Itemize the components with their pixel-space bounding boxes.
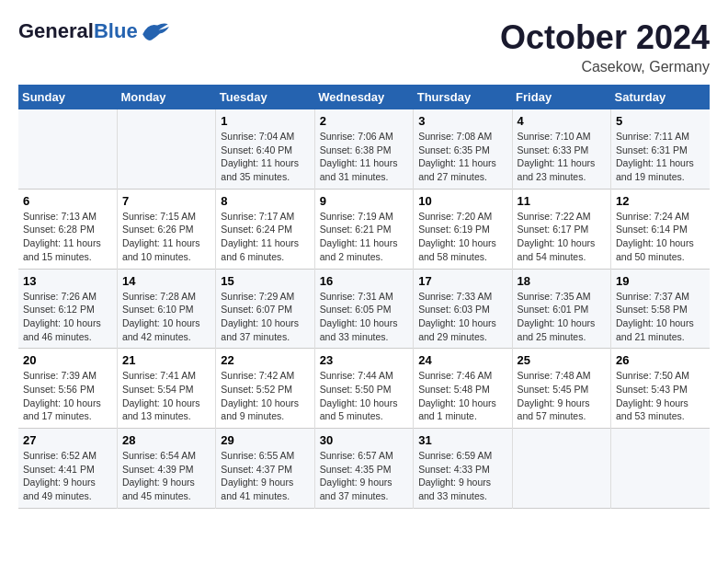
day-number: 6 (23, 194, 112, 208)
day-header-friday: Friday (512, 85, 610, 109)
cell-info: Sunrise: 7:37 AMSunset: 5:58 PMDaylight:… (616, 290, 705, 344)
day-number: 11 (518, 194, 606, 208)
day-number: 15 (221, 274, 309, 288)
day-number: 9 (320, 194, 408, 208)
day-number: 19 (616, 274, 705, 288)
cell-info: Sunrise: 7:06 AMSunset: 6:38 PMDaylight:… (320, 130, 408, 184)
calendar-cell: 20Sunrise: 7:39 AMSunset: 5:56 PMDayligh… (18, 349, 117, 429)
day-header-saturday: Saturday (611, 85, 710, 109)
calendar-cell: 30Sunrise: 6:57 AMSunset: 4:35 PMDayligh… (314, 429, 413, 509)
day-header-monday: Monday (117, 85, 215, 109)
calendar-cell: 24Sunrise: 7:46 AMSunset: 5:48 PMDayligh… (414, 349, 512, 429)
calendar-cell (117, 109, 215, 189)
day-number: 13 (23, 274, 112, 288)
day-number: 4 (518, 114, 606, 128)
calendar-cell: 8Sunrise: 7:17 AMSunset: 6:24 PMDaylight… (216, 189, 314, 269)
calendar-cell: 16Sunrise: 7:31 AMSunset: 6:05 PMDayligh… (314, 269, 413, 349)
calendar-cell: 21Sunrise: 7:41 AMSunset: 5:54 PMDayligh… (117, 349, 215, 429)
calendar-cell: 10Sunrise: 7:20 AMSunset: 6:19 PMDayligh… (414, 189, 512, 269)
calendar-cell: 7Sunrise: 7:15 AMSunset: 6:26 PMDaylight… (117, 189, 215, 269)
day-number: 21 (122, 353, 210, 367)
cell-info: Sunrise: 7:11 AMSunset: 6:31 PMDaylight:… (616, 130, 705, 184)
calendar-cell: 17Sunrise: 7:33 AMSunset: 6:03 PMDayligh… (414, 269, 512, 349)
cell-info: Sunrise: 7:17 AMSunset: 6:24 PMDaylight:… (221, 210, 309, 264)
cell-info: Sunrise: 7:19 AMSunset: 6:21 PMDaylight:… (320, 210, 408, 264)
calendar-cell: 23Sunrise: 7:44 AMSunset: 5:50 PMDayligh… (314, 349, 413, 429)
cell-info: Sunrise: 7:04 AMSunset: 6:40 PMDaylight:… (221, 130, 309, 184)
day-number: 10 (418, 194, 506, 208)
month-title: October 2024 (500, 18, 710, 57)
calendar-cell: 4Sunrise: 7:10 AMSunset: 6:33 PMDaylight… (512, 109, 610, 189)
day-number: 14 (122, 274, 210, 288)
calendar-cell (512, 429, 610, 509)
day-number: 1 (221, 114, 309, 128)
day-number: 29 (221, 433, 309, 447)
calendar-cell (611, 429, 710, 509)
cell-info: Sunrise: 7:20 AMSunset: 6:19 PMDaylight:… (418, 210, 506, 264)
cell-info: Sunrise: 7:29 AMSunset: 6:07 PMDaylight:… (221, 290, 309, 344)
day-header-thursday: Thursday (414, 85, 512, 109)
calendar-cell: 31Sunrise: 6:59 AMSunset: 4:33 PMDayligh… (414, 429, 512, 509)
day-number: 16 (320, 274, 408, 288)
day-number: 5 (616, 114, 705, 128)
logo-general: General (18, 19, 94, 42)
cell-info: Sunrise: 6:57 AMSunset: 4:35 PMDaylight:… (320, 449, 408, 503)
calendar-cell: 11Sunrise: 7:22 AMSunset: 6:17 PMDayligh… (512, 189, 610, 269)
logo-blue: Blue (94, 19, 138, 42)
calendar-week-row: 20Sunrise: 7:39 AMSunset: 5:56 PMDayligh… (18, 349, 710, 429)
calendar-cell: 28Sunrise: 6:54 AMSunset: 4:39 PMDayligh… (117, 429, 215, 509)
calendar-week-row: 27Sunrise: 6:52 AMSunset: 4:41 PMDayligh… (18, 429, 710, 509)
logo-bird-icon (140, 18, 169, 44)
day-number: 25 (518, 353, 606, 367)
calendar-week-row: 6Sunrise: 7:13 AMSunset: 6:28 PMDaylight… (18, 189, 710, 269)
day-number: 22 (221, 353, 309, 367)
calendar-cell: 15Sunrise: 7:29 AMSunset: 6:07 PMDayligh… (216, 269, 314, 349)
cell-info: Sunrise: 7:26 AMSunset: 6:12 PMDaylight:… (23, 290, 112, 344)
calendar-cell: 9Sunrise: 7:19 AMSunset: 6:21 PMDaylight… (314, 189, 413, 269)
day-number: 2 (320, 114, 408, 128)
cell-info: Sunrise: 7:15 AMSunset: 6:26 PMDaylight:… (122, 210, 210, 264)
cell-info: Sunrise: 7:39 AMSunset: 5:56 PMDaylight:… (23, 369, 112, 423)
calendar-week-row: 1Sunrise: 7:04 AMSunset: 6:40 PMDaylight… (18, 109, 710, 189)
day-number: 30 (320, 433, 408, 447)
cell-info: Sunrise: 6:55 AMSunset: 4:37 PMDaylight:… (221, 449, 309, 503)
calendar-cell: 25Sunrise: 7:48 AMSunset: 5:45 PMDayligh… (512, 349, 610, 429)
day-header-tuesday: Tuesday (216, 85, 314, 109)
title-area: October 2024 Casekow, Germany (500, 18, 710, 75)
calendar-cell: 1Sunrise: 7:04 AMSunset: 6:40 PMDaylight… (216, 109, 314, 189)
calendar-cell: 22Sunrise: 7:42 AMSunset: 5:52 PMDayligh… (216, 349, 314, 429)
day-number: 26 (616, 353, 705, 367)
calendar-header-row: SundayMondayTuesdayWednesdayThursdayFrid… (18, 85, 710, 109)
calendar-cell (18, 109, 117, 189)
cell-info: Sunrise: 7:41 AMSunset: 5:54 PMDaylight:… (122, 369, 210, 423)
calendar-week-row: 13Sunrise: 7:26 AMSunset: 6:12 PMDayligh… (18, 269, 710, 349)
cell-info: Sunrise: 7:08 AMSunset: 6:35 PMDaylight:… (418, 130, 506, 184)
day-header-wednesday: Wednesday (314, 85, 413, 109)
cell-info: Sunrise: 7:35 AMSunset: 6:01 PMDaylight:… (518, 290, 606, 344)
calendar-cell: 14Sunrise: 7:28 AMSunset: 6:10 PMDayligh… (117, 269, 215, 349)
day-number: 24 (418, 353, 506, 367)
page-header: GeneralBlue October 2024 Casekow, German… (18, 18, 710, 75)
calendar-cell: 19Sunrise: 7:37 AMSunset: 5:58 PMDayligh… (611, 269, 710, 349)
cell-info: Sunrise: 7:33 AMSunset: 6:03 PMDaylight:… (418, 290, 506, 344)
calendar-cell: 18Sunrise: 7:35 AMSunset: 6:01 PMDayligh… (512, 269, 610, 349)
day-number: 28 (122, 433, 210, 447)
day-number: 3 (418, 114, 506, 128)
cell-info: Sunrise: 6:59 AMSunset: 4:33 PMDaylight:… (418, 449, 506, 503)
day-number: 31 (418, 433, 506, 447)
cell-info: Sunrise: 7:22 AMSunset: 6:17 PMDaylight:… (518, 210, 606, 264)
calendar-cell: 3Sunrise: 7:08 AMSunset: 6:35 PMDaylight… (414, 109, 512, 189)
calendar-cell: 2Sunrise: 7:06 AMSunset: 6:38 PMDaylight… (314, 109, 413, 189)
calendar-cell: 6Sunrise: 7:13 AMSunset: 6:28 PMDaylight… (18, 189, 117, 269)
cell-info: Sunrise: 7:50 AMSunset: 5:43 PMDaylight:… (616, 369, 705, 423)
day-number: 27 (23, 433, 112, 447)
cell-info: Sunrise: 7:24 AMSunset: 6:14 PMDaylight:… (616, 210, 705, 264)
calendar-cell: 26Sunrise: 7:50 AMSunset: 5:43 PMDayligh… (611, 349, 710, 429)
location-title: Casekow, Germany (500, 59, 710, 75)
cell-info: Sunrise: 7:42 AMSunset: 5:52 PMDaylight:… (221, 369, 309, 423)
calendar-cell: 13Sunrise: 7:26 AMSunset: 6:12 PMDayligh… (18, 269, 117, 349)
day-number: 8 (221, 194, 309, 208)
cell-info: Sunrise: 7:31 AMSunset: 6:05 PMDaylight:… (320, 290, 408, 344)
calendar-cell: 12Sunrise: 7:24 AMSunset: 6:14 PMDayligh… (611, 189, 710, 269)
cell-info: Sunrise: 6:52 AMSunset: 4:41 PMDaylight:… (23, 449, 112, 503)
